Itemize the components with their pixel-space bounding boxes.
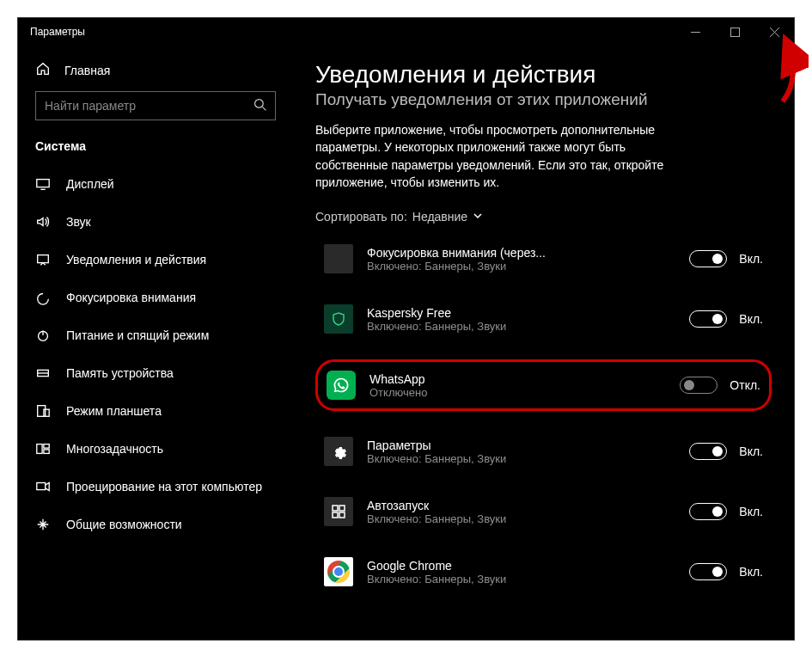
app-row-settings[interactable]: Параметры Включено: Баннеры, Звуки Вкл. [315,432,772,471]
display-icon [35,176,51,192]
window-body: Главная Система Дисплей Звук Уведомления… [18,46,794,640]
svg-rect-7 [44,409,49,416]
nav-label: Общие возможности [66,518,182,531]
app-row-focus-assist[interactable]: Фокусировка внимания (через... Включено:… [315,239,772,279]
app-sub: Включено: Баннеры, Звуки [367,260,655,273]
toggle-label: Вкл. [739,444,763,458]
main-content: Уведомления и действия Получать уведомле… [293,46,794,640]
app-icon [324,304,353,334]
app-name: Фокусировка внимания (через... [367,246,655,260]
app-name: Параметры [367,438,655,452]
sidebar-heading: Система [18,136,293,165]
toggle-label: Откл. [730,378,760,392]
maximize-button[interactable] [715,18,754,46]
toggle-label: Вкл. [739,565,763,579]
nav-label: Питание и спящий режим [66,328,209,342]
sort-value: Недавние [412,210,467,224]
svg-rect-15 [339,512,345,518]
toggle-switch[interactable] [689,563,727,580]
svg-rect-12 [333,506,338,511]
app-text: WhatsApp Отключено [369,372,652,399]
app-text: Google Chrome Включено: Баннеры, Звуки [367,559,655,585]
toggle-switch[interactable] [689,250,727,267]
nav-storage[interactable]: Память устройства [18,354,293,392]
nav-label: Многозадачность [66,442,163,456]
nav-label: Уведомления и действия [66,253,206,267]
nav-label: Дисплей [66,177,114,191]
search-wrap [35,91,276,120]
power-icon [35,328,51,343]
nav-notifications[interactable]: Уведомления и действия [18,241,293,279]
notifications-icon [35,252,51,267]
app-row-whatsapp[interactable]: WhatsApp Отключено Откл. [315,359,772,411]
nav-label: Фокусировка внимания [66,291,196,304]
sort-selector[interactable]: Сортировать по: Недавние [315,210,772,224]
nav-project[interactable]: Проецирование на этот компьютер [18,468,293,506]
settings-window: Параметры Главная Система [17,17,795,641]
nav-sound[interactable]: Звук [18,203,293,241]
app-sub: Включено: Баннеры, Звуки [367,320,655,333]
nav-multitask[interactable]: Многозадачность [18,430,293,468]
nav-shared[interactable]: Общие возможности [18,506,293,543]
shared-icon [35,517,51,532]
app-name: WhatsApp [369,372,652,386]
app-list: Фокусировка внимания (через... Включено:… [315,239,772,583]
nav-power[interactable]: Питание и спящий режим [18,316,293,354]
gear-icon [324,437,353,466]
toggle-switch[interactable] [689,443,727,460]
app-row-kaspersky[interactable]: Kaspersky Free Включено: Баннеры, Звуки … [315,299,772,339]
app-sub: Отключено [369,386,652,399]
focus-icon [35,290,51,305]
close-button[interactable] [754,18,794,46]
app-text: Параметры Включено: Баннеры, Звуки [367,438,655,465]
toggle-switch[interactable] [689,310,727,328]
section-description: Выберите приложение, чтобы просмотреть д… [315,121,676,191]
titlebar: Параметры [18,18,794,46]
toggle-switch[interactable] [680,377,717,394]
svg-rect-2 [37,180,49,187]
toggle-label: Вкл. [739,312,763,326]
nav-label: Проецирование на этот компьютер [66,480,262,494]
search-input[interactable] [35,91,276,120]
nav-display[interactable]: Дисплей [18,165,293,203]
app-text: Фокусировка внимания (через... Включено:… [367,246,655,273]
sort-prefix: Сортировать по: [315,210,407,224]
nav-tablet[interactable]: Режим планшета [18,392,293,430]
svg-point-1 [255,100,264,108]
app-name: Google Chrome [367,559,655,573]
svg-rect-8 [37,444,42,454]
chevron-down-icon [473,210,483,224]
multitask-icon [35,441,51,457]
svg-rect-11 [37,483,46,490]
toggle-switch[interactable] [689,503,727,520]
toggle-label: Вкл. [739,505,763,518]
section-subtitle: Получать уведомления от этих приложений [315,90,772,109]
page-title: Уведомления и действия [315,61,772,89]
app-row-chrome[interactable]: Google Chrome Включено: Баннеры, Звуки В… [315,552,772,592]
nav-label: Режим планшета [66,404,162,418]
svg-rect-0 [730,28,739,36]
app-text: Kaspersky Free Включено: Баннеры, Звуки [367,306,655,333]
svg-rect-3 [38,255,49,263]
nav-label: Звук [66,215,91,229]
svg-rect-9 [44,444,49,449]
whatsapp-icon [327,371,356,400]
home-button[interactable]: Главная [18,54,293,91]
app-row-autoplay[interactable]: Автозапуск Включено: Баннеры, Звуки Вкл. [315,492,772,531]
minimize-button[interactable] [675,18,715,46]
app-sub: Включено: Баннеры, Звуки [367,573,655,585]
app-icon [324,244,353,273]
home-icon [35,61,51,79]
toggle-label: Вкл. [739,252,763,266]
sidebar: Главная Система Дисплей Звук Уведомления… [18,46,293,640]
chrome-icon [324,557,353,586]
app-sub: Включено: Баннеры, Звуки [367,452,655,465]
tablet-icon [35,403,51,419]
app-sub: Включено: Баннеры, Звуки [367,512,655,525]
home-label: Главная [64,64,110,77]
app-name: Kaspersky Free [367,306,655,320]
nav-focus[interactable]: Фокусировка внимания [18,279,293,316]
search-icon [253,98,267,114]
app-text: Автозапуск Включено: Баннеры, Звуки [367,499,655,525]
storage-icon [35,365,51,381]
